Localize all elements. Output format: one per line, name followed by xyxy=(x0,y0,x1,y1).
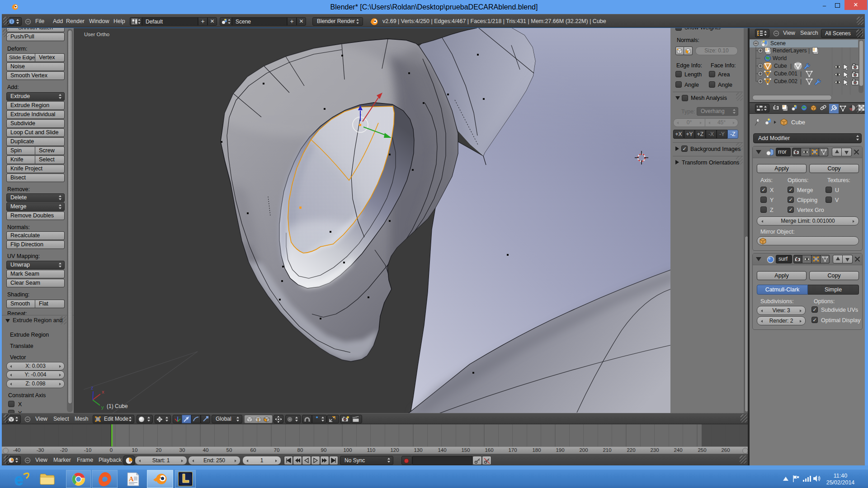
svg-text:x: x xyxy=(102,389,104,394)
svg-text:Scene: Scene xyxy=(770,41,786,47)
svg-text:World: World xyxy=(773,55,787,61)
svg-text:e: e xyxy=(14,471,24,488)
svg-text:|: | xyxy=(800,70,802,77)
svg-text:Cube.001: Cube.001 xyxy=(774,70,797,77)
svg-text:RenderLayers: RenderLayers xyxy=(773,47,807,54)
svg-text:|: | xyxy=(808,47,810,54)
svg-text:Cube: Cube xyxy=(791,119,805,126)
svg-text:A: A xyxy=(129,475,134,483)
svg-text:|: | xyxy=(800,78,802,84)
svg-text:(1) Cube: (1) Cube xyxy=(107,403,128,409)
svg-text:Cube: Cube xyxy=(774,63,787,69)
svg-text:|: | xyxy=(790,63,792,69)
svg-text:z: z xyxy=(91,385,94,390)
svg-text:User Ortho: User Ortho xyxy=(84,32,109,37)
svg-text:y: y xyxy=(101,404,104,410)
svg-text:Cube.002: Cube.002 xyxy=(774,78,797,84)
svg-text:i: i xyxy=(11,19,12,24)
